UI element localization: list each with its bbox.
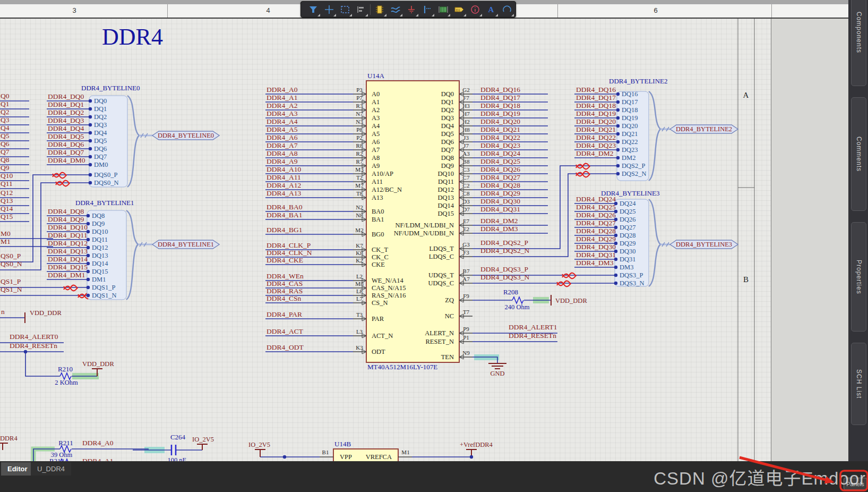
net-label[interactable]: DDR4_DQ12 xyxy=(48,239,88,247)
move-cursor-icon[interactable] xyxy=(321,3,337,16)
harness-entry[interactable]: DQS2_P xyxy=(622,162,646,169)
net-label[interactable]: DDR4_A9 xyxy=(267,157,298,165)
net-label[interactable]: Q15 xyxy=(1,213,13,220)
value-text[interactable]: 2 KOhm xyxy=(55,379,78,386)
net-label[interactable]: DDR4_DQ5 xyxy=(48,132,84,140)
net-label[interactable]: DDR4_A5 xyxy=(267,125,298,133)
net-label[interactable]: DDR4_DQ6 xyxy=(48,140,84,148)
harness-entry[interactable]: DQ19 xyxy=(622,114,638,122)
harness-entry[interactable]: DQ10 xyxy=(92,228,108,235)
harness-entry[interactable]: DQ0 xyxy=(94,97,107,105)
harness-entry[interactable]: DQ15 xyxy=(92,268,108,275)
net-label[interactable]: DDR4_DQ27 xyxy=(480,173,520,181)
selection-rect-icon[interactable] xyxy=(337,3,353,16)
net-label[interactable]: Q4 xyxy=(1,124,10,132)
harness-entry[interactable]: DQ30 xyxy=(620,248,636,255)
net-label[interactable]: DDR4_DQ30 xyxy=(480,197,520,205)
harness-entry[interactable]: DQ9 xyxy=(92,220,105,227)
net-label[interactable]: DDR4_DQ16 xyxy=(480,86,520,94)
net-label[interactable]: DDR4_DQ23 xyxy=(576,141,616,149)
net-label[interactable]: QS0_P xyxy=(1,252,21,260)
harness-entry[interactable]: DM3 xyxy=(620,264,633,271)
net-label[interactable]: DDR4_DQS3_P xyxy=(480,265,528,273)
harness-entry[interactable]: DQ5 xyxy=(94,137,107,145)
net-label[interactable]: DDR4_A4 xyxy=(267,117,298,125)
net-label[interactable]: DDR4_CSn xyxy=(267,294,302,302)
net-label[interactable]: DDR4_DQ24 xyxy=(576,195,616,203)
value-text[interactable]: R211 xyxy=(58,439,73,447)
net-label[interactable]: DDR4_DQS3_N xyxy=(480,273,530,281)
net-label[interactable]: Q11 xyxy=(1,180,13,188)
panel-tab-properties[interactable]: Properties xyxy=(851,222,866,332)
net-label[interactable]: DDR4_A6 xyxy=(267,133,298,141)
net-label[interactable]: DDR4_DQ2 xyxy=(48,108,84,116)
net-label[interactable]: DDR4_DQ30 xyxy=(576,243,616,251)
net-label[interactable]: DDR4_CLK_N xyxy=(267,249,312,257)
ic-designator[interactable]: U14A xyxy=(367,72,384,80)
net-label[interactable]: DDR4_CLK_P xyxy=(267,241,311,249)
net-label[interactable]: DDR4_A13 xyxy=(267,189,302,197)
net-label[interactable]: DDR4_DQ31 xyxy=(576,251,616,259)
net-label[interactable]: DDR4_ACT xyxy=(267,327,304,335)
net-label[interactable]: DDR4_DQ28 xyxy=(576,227,616,235)
net-label[interactable]: DDR4_DQ29 xyxy=(576,235,616,243)
net-label[interactable]: Q6 xyxy=(1,140,10,148)
net-label[interactable]: DDR4_DQ29 xyxy=(480,189,520,197)
net-label[interactable]: DDR4_ODT xyxy=(267,343,304,351)
net-label[interactable]: DDR4_A0 xyxy=(267,86,298,94)
net-label[interactable]: DDR4_DQ25 xyxy=(480,157,520,165)
harness-entry[interactable]: DQ13 xyxy=(92,252,108,259)
harness-entry[interactable]: DQ11 xyxy=(92,236,108,243)
net-label[interactable]: DDR4_DQ21 xyxy=(480,125,520,133)
net-label[interactable]: DDR4_BA0 xyxy=(267,203,303,211)
net-label[interactable]: DDR4_DQ28 xyxy=(480,181,520,189)
harness-entry[interactable]: DQ22 xyxy=(622,138,638,146)
net-label[interactable]: DDR4_A3 xyxy=(267,109,298,117)
gnd-symbol[interactable] xyxy=(488,363,506,369)
net-label[interactable]: DDR4_DM3 xyxy=(480,225,518,233)
net-label[interactable]: Q5 xyxy=(1,132,10,140)
net-label[interactable]: DDR4_DQS2_P xyxy=(480,239,528,247)
harness-entry[interactable]: DQS3_P xyxy=(620,272,643,279)
net-label[interactable]: DDR4_DQ18 xyxy=(576,101,616,109)
net-label[interactable]: DDR4_BA1 xyxy=(267,211,303,219)
harness-entry[interactable]: DQ29 xyxy=(620,240,636,247)
net-label[interactable]: DDR4_DQ22 xyxy=(480,133,520,141)
harness-entry[interactable]: DQ18 xyxy=(622,106,638,114)
harness-entry[interactable]: DM0 xyxy=(94,161,108,168)
net-label[interactable]: DDR4_ALERT0 xyxy=(10,333,58,341)
net-label[interactable]: DDR4_DQ26 xyxy=(480,165,520,173)
net-label[interactable]: DDR4_BG1 xyxy=(267,226,303,234)
net-label[interactable]: DDR4_CAS xyxy=(267,279,303,287)
net-label[interactable]: DDR4_RESETn xyxy=(509,332,556,340)
net-label[interactable]: n xyxy=(1,308,5,316)
harness-entry[interactable]: DQ12 xyxy=(92,244,108,251)
net-label[interactable]: DDR4_DQ3 xyxy=(48,116,84,124)
harness-entry[interactable]: DQ8 xyxy=(92,212,105,219)
power-port[interactable] xyxy=(197,444,208,450)
harness-entry[interactable]: DQS1_P xyxy=(92,284,116,291)
net-label[interactable]: DDR4_DQ7 xyxy=(48,148,84,156)
net-label[interactable]: DDR4_PAR xyxy=(267,310,302,318)
value-text[interactable]: GND xyxy=(490,370,504,377)
net-label[interactable]: DDR4_WEn xyxy=(267,272,304,280)
harness-entry[interactable]: DQS3_N xyxy=(620,279,644,287)
net-label[interactable]: DDR4_A1 xyxy=(267,94,298,101)
panel-tab-sch-list[interactable]: SCH List xyxy=(851,343,866,425)
power-port[interactable] xyxy=(255,449,265,457)
net-label[interactable]: DDR4_DQ13 xyxy=(48,247,88,255)
harness-entry[interactable]: DQ20 xyxy=(622,122,638,130)
wire[interactable] xyxy=(25,352,60,376)
harness-entry[interactable]: DQ27 xyxy=(620,224,636,231)
net-label[interactable]: DDR4_A11 xyxy=(267,173,301,181)
harness-entry[interactable]: DQ7 xyxy=(94,153,107,160)
harness-entry[interactable]: DQS0_P xyxy=(94,171,118,179)
net-label[interactable]: DDR4_DQ19 xyxy=(480,109,520,117)
value-text[interactable]: R210 xyxy=(58,365,73,373)
panel-tab-comments[interactable]: Comments xyxy=(851,97,866,211)
tab-editor[interactable]: Editor xyxy=(1,462,34,476)
harness-entry[interactable]: DQS0_N xyxy=(94,179,119,186)
place-wire-icon[interactable] xyxy=(388,3,403,16)
place-probe-icon[interactable] xyxy=(419,3,435,16)
net-label[interactable]: DDR4_ALERT1 xyxy=(509,323,557,331)
